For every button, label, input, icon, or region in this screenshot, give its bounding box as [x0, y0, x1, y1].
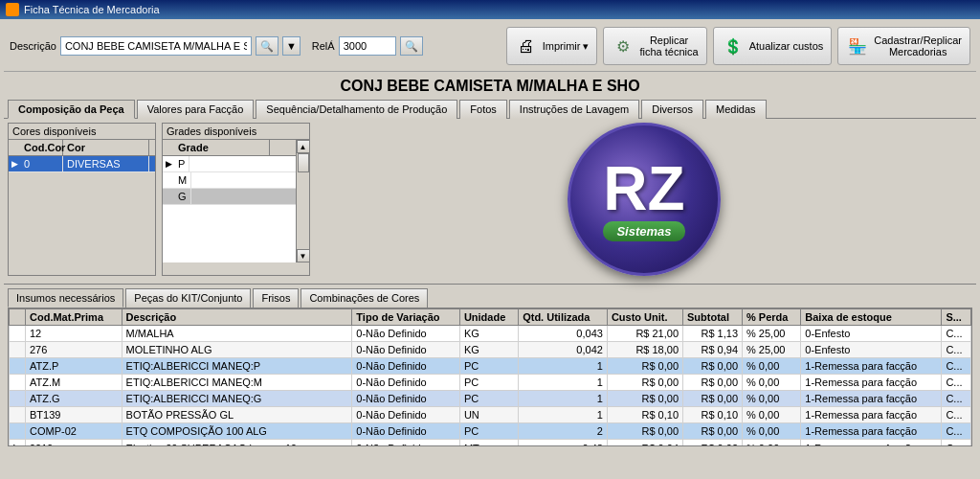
desc-dropdown-button[interactable]: ▼ — [282, 36, 301, 56]
print-label: Imprimir ▾ — [543, 40, 590, 53]
table-row[interactable]: 276 MOLETINHO ALG 0-Não Definido KG 0,04… — [10, 342, 971, 358]
col-cod-header: Cod.Cor — [20, 140, 63, 155]
cod-cell: 0 — [20, 156, 63, 171]
tab-insumos[interactable]: Insumos necessários — [8, 288, 123, 308]
row-baixa: 1-Remessa para facção — [801, 407, 942, 423]
title-bar: Ficha Técnica de Mercadoria — [0, 0, 980, 19]
row-perda: % 0,00 — [743, 391, 801, 407]
th-tipo: Tipo de Variação — [352, 309, 460, 326]
ref-search-button[interactable]: 🔍 — [400, 36, 423, 56]
tab-pecas[interactable]: Peças do KIT/Conjunto — [125, 288, 251, 308]
grades-scrollbar[interactable]: ▲ ▼ — [296, 140, 309, 262]
row-arrow-cell — [10, 342, 26, 358]
row-arrow-cell: ▶ — [10, 440, 26, 447]
tab-diversos[interactable]: Diversos — [641, 100, 703, 119]
grades-title: Grades disponíveis — [163, 124, 309, 139]
row-tipo: 0-Não Definido — [352, 423, 460, 440]
table-row[interactable]: BT139 BOTÃO PRESSÃO GL 0-Não Definido UN… — [10, 407, 971, 423]
row-custo: R$ 0,10 — [607, 407, 682, 423]
store-icon: 🏪 — [846, 34, 869, 57]
row-desc: ETIQ:ALBERICCI MANEQ:G — [122, 391, 352, 407]
grade-row-g[interactable]: G — [163, 189, 296, 205]
desc-input[interactable] — [60, 36, 252, 56]
scroll-up-btn[interactable]: ▲ — [297, 140, 310, 153]
toolbar-buttons: 🖨 Imprimir ▾ ⚙ Replicarficha técnica 💲 A… — [506, 27, 970, 65]
tab-fotos[interactable]: Fotos — [459, 100, 507, 119]
row-cod: BT139 — [26, 407, 122, 423]
row-unid: UN — [459, 407, 518, 423]
row-arrow-cell — [10, 423, 26, 440]
bottom-tabs: Insumos necessários Peças do KIT/Conjunt… — [4, 284, 976, 308]
scroll-thumb[interactable] — [298, 153, 309, 172]
row-custo: R$ 0,00 — [607, 391, 682, 407]
row-unid: KG — [459, 342, 518, 358]
table-row[interactable]: ATZ.P ETIQ:ALBERICCI MANEQ:P 0-Não Defin… — [10, 358, 971, 375]
row-cod: ATZ.G — [26, 391, 122, 407]
row-unid: PC — [459, 358, 518, 375]
scroll-track — [297, 153, 309, 249]
col-grade-header: Grade — [174, 140, 270, 155]
row-unid: PC — [459, 375, 518, 391]
atualizar-button[interactable]: 💲 Atualizar custos — [713, 27, 833, 65]
row-desc: ETIQ:ALBERICCI MANEQ:M — [122, 375, 352, 391]
table-row[interactable]: ATZ.G ETIQ:ALBERICCI MANEQ:G 0-Não Defin… — [10, 391, 971, 407]
row-cod: ATZ.P — [26, 358, 122, 375]
row-qtd: 0,042 — [519, 342, 608, 358]
row-arrow-cell — [10, 407, 26, 423]
row-perda: % 0,00 — [743, 440, 801, 447]
tab-instrucoes[interactable]: Instruções de Lavagem — [509, 100, 639, 119]
row-s: C... — [942, 391, 971, 407]
grade-cell-p: P — [174, 156, 189, 171]
th-cod: Cod.Mat.Prima — [26, 309, 122, 326]
row-tipo: 0-Não Definido — [352, 342, 460, 358]
row-desc: ETIQ:ALBERICCI MANEQ:P — [122, 358, 352, 375]
cadastrar-button[interactable]: 🏪 Cadastrar/ReplicarMercadorias — [837, 27, 970, 65]
printer-icon: 🖨 — [515, 34, 538, 57]
row-qtd: 1 — [519, 407, 608, 423]
row-s: C... — [942, 342, 971, 358]
ref-input[interactable] — [339, 36, 396, 56]
table-row[interactable]: ATZ.M ETIQ:ALBERICCI MANEQ:M 0-Não Defin… — [10, 375, 971, 391]
tab-sequencia[interactable]: Sequência/Detalhamento de Produção — [256, 100, 457, 119]
row-cod: ATZ.M — [26, 375, 122, 391]
replicar-button[interactable]: ⚙ Replicarficha técnica — [603, 27, 706, 65]
row-arrow-cell — [10, 375, 26, 391]
tab-frisos[interactable]: Frisos — [253, 288, 299, 308]
table-row[interactable]: COMP-02 ETQ COMPOSIÇÃO 100 ALG 0-Não Def… — [10, 423, 971, 440]
row-perda: % 0,00 — [743, 407, 801, 423]
grade-row-p[interactable]: ▶ P — [163, 156, 296, 172]
grade-row-m[interactable]: M — [163, 172, 296, 189]
table-row[interactable]: 12 M/MALHA 0-Não Definido KG 0,043 R$ 21… — [10, 326, 971, 342]
desc-search-button[interactable]: 🔍 — [256, 36, 278, 56]
row-desc: ETQ COMPOSIÇÃO 100 ALG — [122, 423, 352, 440]
row-s: C... — [942, 440, 971, 447]
row-s: C... — [942, 326, 971, 342]
row-arrow-cell — [10, 358, 26, 375]
scroll-down-btn[interactable]: ▼ — [297, 249, 310, 262]
ref-label: RelÁ — [312, 40, 335, 52]
tab-valores[interactable]: Valores para Facção — [137, 100, 255, 119]
row-desc: M/MALHA — [122, 326, 352, 342]
row-baixa: 1-Remessa para facção — [801, 375, 942, 391]
row-custo: R$ 0,00 — [607, 358, 682, 375]
desc-label: Descrição — [10, 40, 56, 52]
row-tipo: 0-Não Definido — [352, 375, 460, 391]
th-arrow — [10, 309, 26, 326]
row-custo: R$ 0,00 — [607, 423, 682, 440]
cores-row[interactable]: ▶ 0 DIVERSAS — [9, 156, 155, 172]
row-subtotal: R$ 1,13 — [683, 326, 743, 342]
left-panel: Cores disponíveis Cod.Cor Cor ▶ 0 DIVERS… — [8, 123, 310, 276]
row-custo: R$ 21,00 — [607, 326, 682, 342]
tab-combinacoes[interactable]: Combinações de Cores — [301, 288, 428, 308]
row-tipo: 0-Não Definido — [352, 326, 460, 342]
tab-medidas[interactable]: Medidas — [705, 100, 767, 119]
print-button[interactable]: 🖨 Imprimir ▾ — [506, 27, 598, 65]
tab-composicao[interactable]: Composição da Peça — [8, 100, 135, 119]
title-bar-text: Ficha Técnica de Mercadoria — [24, 4, 160, 15]
row-qtd: 1 — [519, 391, 608, 407]
row-desc: Elastico 20 SUPERACAO largura 19mm — [122, 440, 352, 447]
money-icon: 💲 — [722, 34, 745, 57]
row-tipo: 0-Não Definido — [352, 391, 460, 407]
table-row[interactable]: ▶ 9019 Elastico 20 SUPERACAO largura 19m… — [10, 440, 971, 447]
row-baixa: 1-Remessa para facção — [801, 391, 942, 407]
